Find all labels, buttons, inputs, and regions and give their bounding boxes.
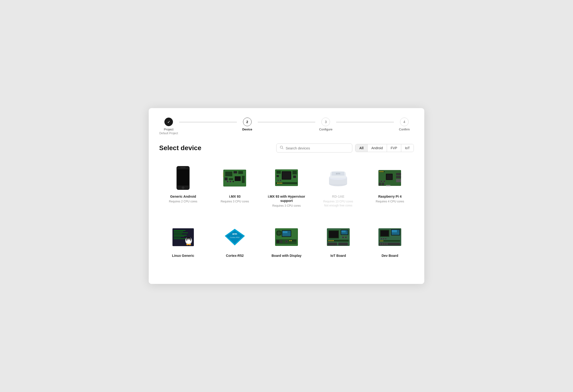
device-image-cortex-r52: arm Cortex-R52: [223, 224, 247, 250]
search-box: [276, 143, 352, 153]
step-circle-device: 2: [243, 118, 251, 126]
svg-point-79: [187, 240, 191, 243]
svg-rect-58: [383, 171, 384, 172]
page-title: Select device: [159, 144, 201, 152]
svg-point-77: [187, 239, 188, 240]
device-card-cortex-r52[interactable]: arm Cortex-R52 Cortex-R52: [211, 219, 259, 263]
device-name-board-display: Board with Display: [271, 253, 302, 258]
step-confirm: 4 Confirm: [395, 118, 414, 131]
svg-point-117: [345, 236, 347, 238]
device-name-linux: Linux Generic: [172, 253, 194, 258]
device-image-board-display: [275, 224, 298, 250]
svg-rect-98: [280, 240, 282, 243]
step-circle-project: ✓: [164, 118, 173, 126]
device-card-board-display[interactable]: Board with Display: [263, 219, 310, 263]
device-name-board5: Dev Board: [381, 253, 398, 258]
svg-rect-113: [331, 240, 331, 241]
device-card-generic-android[interactable]: Generic Android Requires 2 CPU cores: [159, 160, 207, 212]
device-subtitle-imx93: Requires 3 CPU cores: [221, 199, 249, 204]
svg-rect-65: [174, 230, 186, 231]
step-label-project: Project: [164, 127, 173, 131]
svg-rect-125: [392, 233, 399, 234]
search-input[interactable]: [286, 146, 349, 150]
svg-point-20: [230, 180, 231, 182]
device-name-rd1ae: RD-1AE: [332, 194, 344, 199]
svg-rect-63: [382, 183, 384, 185]
device-card-raspi4[interactable]: Raspberry Pi 4 Requires 4 CPU cores: [366, 160, 414, 212]
device-card-imx93hyp[interactable]: i.MX 93 with Hypervisor support Requires…: [263, 160, 310, 212]
svg-point-35: [277, 180, 279, 181]
step-device: 2 Device: [238, 118, 257, 131]
header-row: Select device All Android FVP IoT: [159, 143, 414, 153]
svg-rect-71: [174, 237, 181, 238]
svg-rect-118: [328, 243, 337, 245]
step-label-device: Device: [242, 127, 252, 131]
svg-rect-102: [291, 240, 292, 241]
svg-rect-34: [281, 183, 282, 184]
svg-rect-55: [381, 171, 382, 172]
device-image-board4: [326, 224, 350, 250]
svg-point-99: [285, 240, 288, 243]
step-project: ✓ Project Default Project: [159, 118, 178, 135]
svg-rect-49: [396, 176, 401, 178]
svg-rect-114: [332, 240, 333, 241]
search-icon: [280, 146, 284, 150]
filter-iot[interactable]: IoT: [401, 144, 413, 152]
svg-rect-132: [380, 240, 380, 241]
step-line-2: [258, 122, 316, 122]
svg-rect-31: [277, 183, 278, 184]
svg-point-5: [182, 186, 184, 189]
svg-rect-95: [276, 232, 282, 233]
svg-rect-8: [225, 172, 232, 176]
device-name-cortex-r52: Cortex-R52: [226, 253, 244, 258]
svg-point-59: [381, 180, 382, 182]
svg-rect-68: [174, 234, 182, 234]
svg-rect-53: [380, 171, 380, 172]
svg-text:Cortex-R52: Cortex-R52: [230, 236, 239, 238]
svg-rect-15: [223, 173, 224, 173]
svg-rect-29: [293, 176, 296, 178]
svg-rect-10: [238, 171, 243, 174]
svg-text:arm: arm: [336, 172, 340, 175]
svg-rect-101: [289, 240, 290, 241]
svg-text:arm: arm: [232, 232, 237, 235]
device-name-imx93hyp: i.MX 93 with Hypervisor support: [265, 194, 308, 203]
filter-fvp[interactable]: FVP: [387, 144, 401, 152]
step-label-configure: Configure: [319, 127, 332, 131]
svg-rect-3: [180, 167, 186, 168]
filter-all[interactable]: All: [355, 144, 368, 152]
device-card-linux[interactable]: Linux Generic: [159, 219, 207, 263]
step-label-confirm: Confirm: [399, 127, 410, 131]
svg-rect-26: [277, 171, 281, 174]
svg-rect-17: [223, 175, 224, 176]
svg-rect-11: [225, 178, 228, 180]
svg-rect-50: [396, 179, 401, 182]
svg-rect-70: [174, 236, 184, 237]
filter-buttons: All Android FVP IoT: [355, 144, 414, 152]
search-filter-row: All Android FVP IoT: [276, 143, 414, 153]
svg-rect-18: [223, 176, 224, 177]
device-card-board4[interactable]: IoT Board: [314, 219, 362, 263]
device-image-linux: [171, 224, 195, 250]
svg-rect-54: [381, 171, 381, 172]
svg-rect-9: [233, 171, 237, 173]
svg-rect-134: [382, 240, 382, 241]
device-card-board5[interactable]: Dev Board: [366, 219, 414, 263]
svg-rect-61: [386, 185, 391, 186]
device-image-raspi4: [378, 165, 402, 191]
device-image-android: [171, 165, 195, 191]
svg-rect-135: [383, 240, 383, 241]
device-image-rd1ae: arm: [326, 165, 350, 191]
svg-point-78: [189, 239, 190, 240]
svg-rect-66: [174, 232, 183, 232]
svg-point-80: [186, 244, 189, 245]
device-card-imx93[interactable]: i.MX 93 Requires 3 CPU cores: [211, 160, 259, 212]
svg-rect-57: [382, 171, 383, 172]
step-line-1: [179, 122, 237, 122]
svg-rect-124: [392, 230, 397, 232]
device-name-raspi4: Raspberry Pi 4: [378, 194, 401, 199]
device-name-android: Generic Android: [170, 194, 196, 199]
filter-android[interactable]: Android: [368, 144, 387, 152]
svg-rect-133: [381, 240, 381, 241]
svg-point-19: [227, 180, 229, 182]
